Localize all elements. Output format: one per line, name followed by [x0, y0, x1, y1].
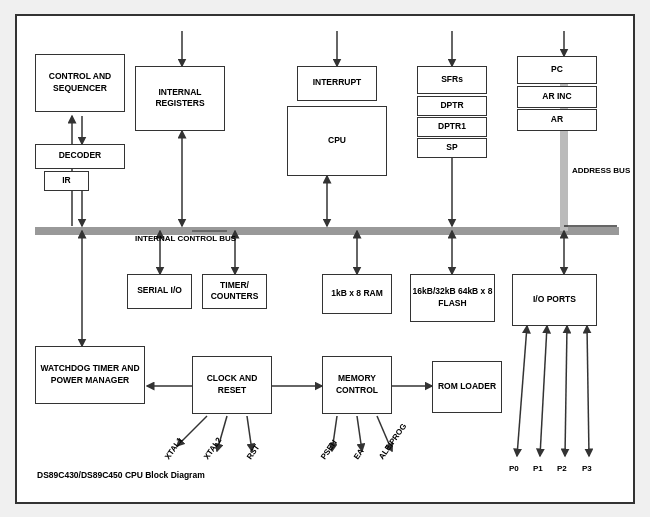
svg-line-29: [517, 326, 527, 456]
interrupt-label: INTERRUPT: [313, 77, 362, 88]
io-ports-block: I/O PORTS: [512, 274, 597, 326]
sfrs-label: SFRs: [441, 74, 463, 85]
pc-label: PC: [551, 64, 563, 75]
cpu-label: CPU: [328, 135, 346, 146]
svg-line-30: [540, 326, 547, 456]
psen-pin-label: PSEN: [319, 438, 339, 461]
svg-line-31: [565, 326, 567, 456]
memory-control-label: MEMORY CONTROL: [323, 373, 391, 395]
clock-reset-label: CLOCK AND RESET: [193, 373, 271, 395]
p0-pin-label: P0: [509, 464, 519, 473]
ir-label: IR: [62, 175, 71, 186]
clock-reset-block: CLOCK AND RESET: [192, 356, 272, 414]
sp-block: SP: [417, 138, 487, 158]
ir-block: IR: [44, 171, 89, 191]
pc-block: PC: [517, 56, 597, 84]
ale-prog-pin-label: ALE/PROG: [377, 421, 408, 460]
control-sequencer-block: CONTROL AND SEQUENCER: [35, 54, 125, 112]
address-bus-label: ADDRESS BUS: [572, 166, 630, 175]
interrupt-block: INTERRUPT: [297, 66, 377, 101]
internal-registers-block: INTERNAL REGISTERS: [135, 66, 225, 131]
internal-control-bus-label: INTERNAL CONTROL BUS: [135, 234, 236, 243]
sfrs-block: SFRs: [417, 66, 487, 94]
serial-io-label: SERIAL I/O: [137, 285, 182, 296]
p1-pin-label: P1: [533, 464, 543, 473]
decoder-label: DECODER: [59, 150, 102, 161]
svg-line-27: [357, 416, 362, 451]
internal-registers-label: INTERNAL REGISTERS: [136, 87, 224, 109]
ram-label: 1kB x 8 RAM: [331, 288, 383, 299]
ar-label: AR: [551, 114, 563, 125]
xtal2-pin-label: XTAL2: [202, 435, 224, 460]
timer-counters-block: TIMER/ COUNTERS: [202, 274, 267, 309]
rom-loader-block: ROM LOADER: [432, 361, 502, 413]
dptr1-block: DPTR1: [417, 117, 487, 137]
rom-loader-label: ROM LOADER: [438, 381, 496, 392]
ram-block: 1kB x 8 RAM: [322, 274, 392, 314]
dptr-block: DPTR: [417, 96, 487, 116]
ar-inc-label: AR INC: [542, 91, 571, 102]
dptr-label: DPTR: [440, 100, 463, 111]
svg-line-32: [587, 326, 589, 456]
timer-counters-label: TIMER/ COUNTERS: [203, 280, 266, 302]
watchdog-block: WATCHDOG TIMER AND POWER MANAGER: [35, 346, 145, 404]
p2-pin-label: P2: [557, 464, 567, 473]
rst-pin-label: RST: [245, 442, 262, 460]
flash-block: 16kB/32kB 64kB x 8 FLASH: [410, 274, 495, 322]
sp-label: SP: [446, 142, 457, 153]
cpu-block: CPU: [287, 106, 387, 176]
ea-pin-label: EA: [352, 446, 366, 460]
device-watermark: DS89C430/DS89C450 CPU Block Diagram: [37, 469, 205, 482]
diagram-container: CONTROL AND SEQUENCER DECODER IR INTERNA…: [15, 14, 635, 504]
xtal1-pin-label: XTAL1: [163, 435, 185, 460]
memory-control-block: MEMORY CONTROL: [322, 356, 392, 414]
io-ports-label: I/O PORTS: [533, 294, 576, 305]
dptr1-label: DPTR1: [438, 121, 466, 132]
flash-label: 16kB/32kB 64kB x 8 FLASH: [411, 286, 494, 308]
control-sequencer-label: CONTROL AND SEQUENCER: [36, 71, 124, 93]
ar-block: AR: [517, 109, 597, 131]
serial-io-block: SERIAL I/O: [127, 274, 192, 309]
p3-pin-label: P3: [582, 464, 592, 473]
watchdog-label: WATCHDOG TIMER AND POWER MANAGER: [36, 363, 144, 385]
ar-inc-block: AR INC: [517, 86, 597, 108]
decoder-block: DECODER: [35, 144, 125, 169]
